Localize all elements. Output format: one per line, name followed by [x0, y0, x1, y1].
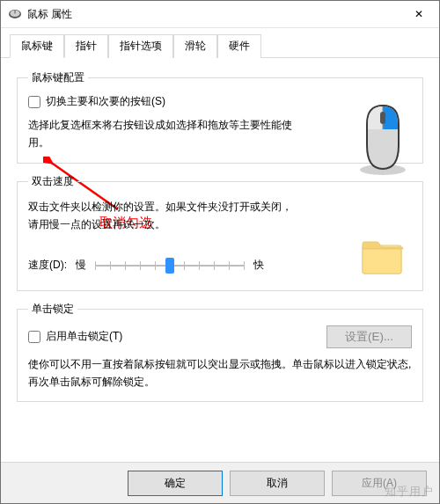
switch-buttons-checkbox[interactable]	[28, 96, 40, 108]
mouse-icon	[8, 9, 22, 19]
mouse-preview-image	[356, 99, 410, 179]
svg-rect-5	[380, 112, 385, 124]
switch-buttons-description: 选择此复选框来将右按钮设成如选择和拖放等主要性能使用。	[28, 116, 292, 152]
doubleclick-speed-slider[interactable]	[95, 257, 245, 274]
group-button-config-legend: 鼠标键配置	[28, 70, 88, 85]
close-icon: ✕	[414, 8, 423, 20]
ok-button[interactable]: 确定	[128, 471, 223, 496]
titlebar: 鼠标 属性 ✕	[1, 1, 439, 28]
close-button[interactable]: ✕	[399, 1, 439, 27]
tab-strip: 鼠标键 指针 指针选项 滑轮 硬件	[1, 28, 439, 58]
clicklock-description: 使你可以不用一直按着鼠标按钮就可以突出显示或拖拽。单击鼠标以进入锁定状态,再次单…	[28, 355, 412, 391]
folder-test-icon[interactable]	[359, 237, 405, 280]
svg-rect-8	[363, 249, 401, 274]
tab-wheel[interactable]: 滑轮	[173, 34, 217, 58]
group-doubleclick: 双击速度 双击文件夹以检测你的设置。如果文件夹没打开或关闭，请用慢一点的设置再试…	[17, 174, 423, 291]
group-clicklock: 单击锁定 启用单击锁定(T) 设置(E)... 使你可以不用一直按着鼠标按钮就可…	[17, 302, 423, 403]
group-button-config: 鼠标键配置 切换主要和次要的按钮(S) 选择此复选框来将右按钮设成如选择和拖放等…	[17, 70, 423, 164]
tab-mouse-buttons[interactable]: 鼠标键	[10, 34, 64, 58]
fast-label: 快	[253, 258, 264, 273]
switch-buttons-label[interactable]: 切换主要和次要的按钮(S)	[46, 94, 165, 109]
tab-hardware[interactable]: 硬件	[217, 34, 261, 58]
window-title: 鼠标 属性	[27, 7, 399, 22]
dialog-footer: 确定 取消 应用(A)	[1, 462, 439, 503]
cancel-button[interactable]: 取消	[230, 471, 325, 496]
clicklock-settings-button: 设置(E)...	[326, 325, 412, 348]
clicklock-checkbox[interactable]	[28, 331, 40, 343]
group-doubleclick-legend: 双击速度	[28, 174, 77, 189]
clicklock-label[interactable]: 启用单击锁定(T)	[46, 329, 122, 344]
dialog-body: 鼠标键配置 切换主要和次要的按钮(S) 选择此复选框来将右按钮设成如选择和拖放等…	[1, 58, 439, 462]
speed-label: 速度(D):	[28, 258, 67, 273]
group-clicklock-legend: 单击锁定	[28, 302, 77, 317]
slider-thumb[interactable]	[165, 258, 174, 274]
mouse-properties-window: 鼠标 属性 ✕ 鼠标键 指针 指针选项 滑轮 硬件 鼠标键配置 切换主要和次要的…	[0, 0, 440, 504]
tab-pointer-options[interactable]: 指针选项	[108, 34, 173, 58]
slow-label: 慢	[76, 258, 86, 273]
tab-pointers[interactable]: 指针	[64, 34, 108, 58]
svg-rect-2	[15, 11, 16, 14]
apply-button[interactable]: 应用(A)	[332, 471, 427, 496]
doubleclick-description: 双击文件夹以检测你的设置。如果文件夹没打开或关闭，请用慢一点的设置再试一次。	[28, 198, 301, 234]
